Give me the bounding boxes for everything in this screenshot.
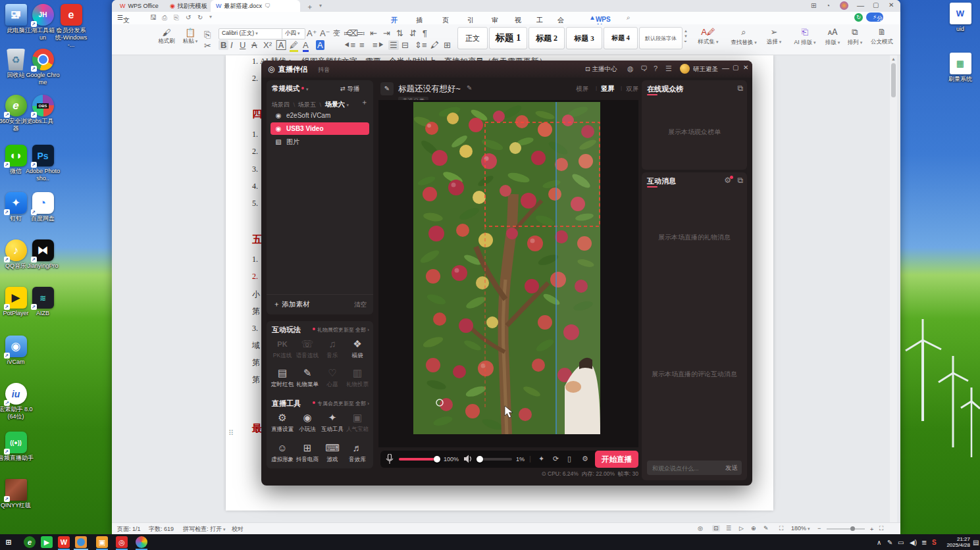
- sort-button[interactable]: ⇵: [409, 28, 417, 38]
- paste-button[interactable]: 📋 粘贴: [180, 28, 200, 45]
- font-color-button[interactable]: A: [303, 40, 309, 52]
- zoom-in-button[interactable]: ＋: [869, 525, 875, 534]
- audio-test-icon[interactable]: ◍: [627, 64, 634, 73]
- tab-scene-5[interactable]: 场景五: [290, 101, 316, 108]
- play-item-lucky-bag[interactable]: ❖福袋: [346, 337, 369, 360]
- shading-button[interactable]: 🖍: [430, 40, 439, 50]
- play-slideshow-icon[interactable]: ▷: [739, 525, 744, 532]
- desktop-icon-aizb[interactable]: ≋↗ AIZB: [24, 287, 61, 317]
- play-item-red-packet[interactable]: ▤定时红包: [271, 366, 294, 389]
- tab-template[interactable]: ◉ 找剧壳模板: [165, 0, 213, 12]
- microphone-icon[interactable]: [386, 454, 394, 464]
- send-button[interactable]: 发送: [725, 464, 738, 472]
- user-avatar[interactable]: [680, 64, 690, 74]
- desktop-icon-sheet[interactable]: ▦ 刷量系统: [942, 53, 979, 83]
- superscript-button[interactable]: X²: [263, 40, 272, 50]
- mic-volume-slider[interactable]: [399, 458, 440, 461]
- gov-mode-button[interactable]: 🗎 公文模式: [867, 27, 896, 46]
- bold-button[interactable]: B: [219, 40, 228, 50]
- source-usb3-video[interactable]: ◉USB3 Video: [271, 122, 369, 135]
- proofread[interactable]: 校对: [232, 525, 244, 534]
- add-material-button[interactable]: ＋ 添加素材: [273, 300, 309, 309]
- style-default-font[interactable]: 默认段落字体: [639, 27, 683, 49]
- redo-icon[interactable]: ↻: [197, 14, 203, 21]
- align-center-button[interactable]: ≡: [359, 40, 365, 50]
- taskbar-green-app-icon[interactable]: ▶: [41, 536, 53, 548]
- tool-item-douyin-ecom[interactable]: ⊞抖音电商: [296, 441, 319, 464]
- taskbar-media-icon[interactable]: [136, 536, 147, 548]
- stream-minimize-button[interactable]: —: [722, 64, 729, 72]
- taskbar-obs-icon[interactable]: ◎: [116, 536, 128, 548]
- indent-button[interactable]: ⇥: [383, 28, 390, 38]
- font-name-select[interactable]: Calibri (正文): [219, 28, 283, 39]
- taskbar-browser-icon[interactable]: e: [24, 536, 36, 548]
- distribute-button[interactable]: ⊟: [401, 40, 409, 50]
- stream-title-bar[interactable]: ◎ 直播伴侣 抖音 ⊡ 主播中心 ◍ 🗨 ? ☰ 研王避圣 — ▢ ✕: [261, 61, 752, 78]
- tab-scene-4[interactable]: 场景四: [272, 101, 290, 108]
- add-scene-button[interactable]: ＋: [361, 97, 368, 107]
- view-outline-icon[interactable]: ☰: [726, 525, 731, 532]
- format-painter-button[interactable]: 🖌 格式刷: [155, 28, 178, 45]
- style-heading4[interactable]: 标题 4: [604, 27, 638, 49]
- play-item-gift-vote[interactable]: ▥礼物投票: [346, 366, 369, 389]
- fullscreen-button[interactable]: ⛶: [879, 525, 883, 532]
- edit-title-icon[interactable]: ✎: [380, 82, 394, 95]
- desktop-icon-chrome[interactable]: ↗ Google Chrome: [24, 49, 61, 86]
- desktop-icon-qinyy[interactable]: ↗ QINYY红毯: [0, 479, 34, 509]
- align-left-button[interactable]: ⯇≡: [344, 40, 355, 51]
- desktop-icon-member-shop[interactable]: e 会员分发系统-Windows-...: [53, 4, 90, 48]
- mirror-icon[interactable]: ▯: [567, 455, 571, 463]
- layout-portrait[interactable]: 竖屏: [601, 84, 614, 93]
- director-mode-button[interactable]: ⇄ 导播: [340, 85, 360, 93]
- stream-maximize-button[interactable]: ▢: [733, 64, 738, 71]
- tool-item-mini-play[interactable]: ◉小玩法: [296, 411, 319, 434]
- ink-icon[interactable]: ✎: [763, 525, 769, 532]
- zoom-out-button[interactable]: −: [817, 525, 821, 532]
- message-settings-icon[interactable]: ⚙: [724, 176, 731, 185]
- notify-icon[interactable]: ◔: [826, 2, 830, 9]
- popout-icon[interactable]: ⧉: [737, 176, 743, 185]
- strikethrough-button[interactable]: A: [251, 40, 257, 50]
- copy-icon[interactable]: ⎘: [204, 30, 211, 40]
- tray-volume-icon[interactable]: ◀): [910, 534, 917, 550]
- line-spacing-button[interactable]: ⇕≡: [415, 40, 426, 50]
- mode-select[interactable]: 常规模式 ▾: [272, 84, 308, 93]
- tab-current-doc[interactable]: W 最新搭建.docx 🗨: [211, 0, 300, 12]
- cut-icon[interactable]: ✂: [204, 41, 211, 51]
- play-item-pk[interactable]: PKPK连线: [271, 337, 294, 360]
- tray-ime-icon[interactable]: ≣: [921, 534, 927, 550]
- tab-wps-office[interactable]: W WPS Office: [115, 0, 164, 12]
- speaker-icon[interactable]: [463, 455, 473, 463]
- flip-camera-icon[interactable]: ⟳: [553, 455, 559, 463]
- start-button[interactable]: ⊞: [3, 536, 14, 548]
- beauty-icon[interactable]: ✦: [538, 455, 544, 463]
- style-heading3[interactable]: 标题 3: [566, 27, 602, 49]
- tool-item-popularity-chest[interactable]: ▣人气宝箱: [346, 411, 369, 434]
- highlight-color-button[interactable]: 🖉: [290, 40, 298, 52]
- zoom-slider[interactable]: [827, 528, 865, 530]
- taskbar-live-companion-icon[interactable]: [75, 536, 87, 548]
- stream-title-text[interactable]: 标题还没有想好~: [398, 84, 461, 95]
- source-ivcam[interactable]: ◉e2eSoft iVCam: [271, 109, 369, 122]
- close-button[interactable]: ✕: [889, 1, 894, 9]
- comment-input[interactable]: [651, 463, 717, 474]
- find-replace-button[interactable]: ⌕ 查找替换: [727, 27, 761, 47]
- bullets-button[interactable]: ≔: [344, 28, 352, 38]
- tray-sogou-icon[interactable]: S: [932, 534, 937, 550]
- play-item-gift-menu[interactable]: ✎礼物菜单: [296, 366, 319, 389]
- word-count[interactable]: 字数: 619: [149, 525, 174, 534]
- play-item-voice-link[interactable]: ☏语音连线: [296, 337, 319, 360]
- style-heading1[interactable]: 标题 1: [489, 27, 527, 49]
- grow-font-icon[interactable]: A⁺: [307, 28, 317, 38]
- tool-section-badge[interactable]: 专属会员更新至 全部 ›: [313, 400, 369, 407]
- file-menu[interactable]: ☰ 文件: [117, 14, 123, 21]
- share-button[interactable]: ⚡分享: [866, 12, 883, 22]
- play-item-music[interactable]: ♫音乐: [321, 337, 344, 360]
- help-icon[interactable]: ?: [654, 64, 658, 72]
- notification-center-icon[interactable]: ▤: [973, 534, 979, 550]
- char-shading-button[interactable]: A: [316, 40, 324, 50]
- ai-typeset-button[interactable]: ⎗ AI 排版: [790, 27, 820, 47]
- underline-button[interactable]: U: [240, 40, 245, 50]
- new-tab-button[interactable]: ＋: [306, 2, 313, 12]
- eye-protect-icon[interactable]: ◎: [698, 525, 703, 532]
